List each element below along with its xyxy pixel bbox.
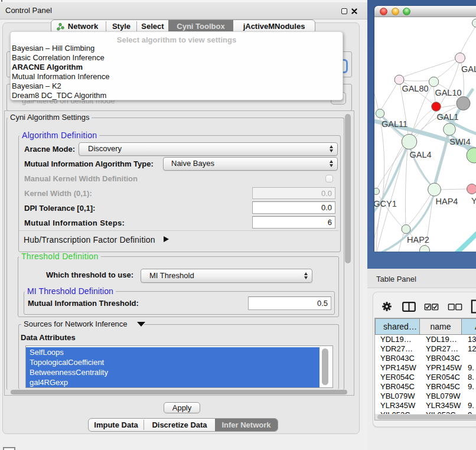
svg-text:GAL11: GAL11 bbox=[382, 119, 407, 129]
svg-text:SWI4: SWI4 bbox=[449, 137, 470, 146]
svg-text:HAP2: HAP2 bbox=[407, 235, 429, 244]
svg-text:GAL1: GAL1 bbox=[436, 112, 458, 122]
svg-text:GAL4: GAL4 bbox=[409, 150, 431, 159]
svg-text:HAP4: HAP4 bbox=[436, 197, 458, 206]
svg-text:GAL10: GAL10 bbox=[435, 88, 461, 97]
svg-text:Y: Y bbox=[471, 196, 476, 206]
svg-text:GAL80: GAL80 bbox=[402, 84, 428, 93]
svg-text:GAL7: GAL7 bbox=[461, 64, 476, 74]
svg-text:GCY1: GCY1 bbox=[374, 199, 397, 208]
